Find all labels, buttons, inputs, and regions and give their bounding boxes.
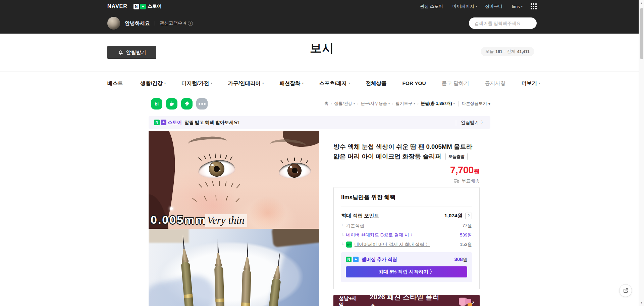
chevron-down-icon: ▾ <box>302 82 304 85</box>
scrollbar-thumb[interactable] <box>640 8 643 59</box>
nav-item-living-health[interactable]: 생활/건강▾ <box>141 80 166 87</box>
link-cart[interactable]: 장바구니 <box>485 3 504 9</box>
nav-item-fashion[interactable]: 패션잡화▾ <box>280 80 304 87</box>
overlay-size-label: 0.005mm <box>151 213 207 226</box>
promo-illustration <box>458 297 472 306</box>
breadcrumb-writing-tools[interactable]: 필기도구▾ <box>395 101 415 106</box>
eye <box>198 159 236 179</box>
membership-panel: N + 멤버십 추가 적립 308원 최대 5% 적립 시작하기 〉 <box>341 252 472 282</box>
store-avatar[interactable] <box>107 17 120 30</box>
start-earning-button[interactable]: 최대 5% 적립 시작하기 〉 <box>346 266 467 277</box>
free-shipping: 무료배송 <box>333 178 480 184</box>
top-bar: NAVER N + 스토어 관심 스토어 마이페이지▾ 장바구니 <box>0 0 644 34</box>
chevron-right-icon: 〉 <box>481 120 485 125</box>
cafe-icon[interactable] <box>166 98 177 110</box>
divider <box>155 21 155 26</box>
chevron-down-icon: ▾ <box>521 5 523 8</box>
npay-payment-link[interactable]: 네이버페이 머니 결제 시 최대 적립 〉 <box>355 242 430 248</box>
naver-logo[interactable]: NAVER <box>107 3 127 9</box>
chevron-down-icon: ▾ <box>539 82 540 85</box>
store-profile-row: 안녕하세요 관심고객수 4 i <box>107 13 537 34</box>
chevron-down-icon: ▾ <box>476 5 477 8</box>
plus-badge-icon: + <box>161 120 166 125</box>
notice-badge-label: 스토어 <box>168 120 182 126</box>
store-logo-label: 스토어 <box>148 3 162 9</box>
notice-message: 알림 받고 혜택 받아보세요! <box>184 120 239 126</box>
card-payment-link[interactable]: 네이버 현대카드 Ed2로 결제 시 〉 <box>346 232 415 238</box>
category-nav: 베스트 생활/건강▾ 디지털/가전▾ 가구/인테리어▾ 패션잡화▾ 스포츠/레저… <box>0 72 644 95</box>
more-links-icon[interactable] <box>196 98 208 110</box>
chevron-down-icon: ▾ <box>348 82 350 85</box>
image-overlay-text: 0.005mm Very thin <box>151 213 247 227</box>
basic-points-row: └ 기본적립 77원 <box>341 223 472 229</box>
chevron-down-icon: ▾ <box>388 102 390 105</box>
max-points-row: 최대 적립 포인트 1,074원 ? <box>341 212 472 219</box>
chevron-down-icon: ▾ <box>414 102 415 105</box>
store-search <box>469 17 537 29</box>
blog-icon[interactable]: bl <box>151 98 162 110</box>
nav-item-sports[interactable]: 스포츠/레저▾ <box>319 80 350 87</box>
membership-label: 멤버십 추가 적립 <box>362 257 397 263</box>
product-title: 방수 액체 눈썹 색상이 쉬운 땀 펜 0.005MM 울트라 얇은 머리 아이… <box>333 142 480 161</box>
breadcrumb: 홈 › 생활/건강▾ › 문구/사무용품▾ › 필기도구▾ › 분필(총 1,8… <box>324 101 490 106</box>
followers-count: 관심고객수 4 i <box>160 20 193 26</box>
npay-points-row: └ N+ 네이버페이 머니 결제 시 최대 적립 〉 153원 <box>341 242 472 248</box>
notice-banner: N + 스토어 알림 받고 혜택 받아보세요! 알림받기〉 <box>149 116 490 129</box>
info-icon[interactable]: i <box>188 21 193 26</box>
earring <box>170 207 173 210</box>
apps-grid-icon[interactable] <box>531 3 537 9</box>
breadcrumb-home[interactable]: 홈 <box>324 101 329 106</box>
product-image[interactable]: 0.005mm Very thin <box>149 131 319 306</box>
breadcrumb-chalk-category[interactable]: 분필(총 1,867개)▾ <box>421 101 455 106</box>
eye <box>278 162 311 179</box>
chevron-down-icon: ▾ <box>164 82 166 85</box>
chevron-down-icon: ▾ <box>211 82 212 85</box>
benefits-title: lims님만을 위한 혜택 <box>341 193 472 207</box>
store-name: 보시 <box>0 40 644 56</box>
link-favorite-stores[interactable]: 관심 스토어 <box>420 3 444 9</box>
nav-item-all-products[interactable]: 전체상품 <box>366 80 386 87</box>
eyelashes <box>199 155 234 161</box>
naverpay-icon: N+ <box>346 242 352 248</box>
nav-item-furniture[interactable]: 가구/인테리어▾ <box>228 80 264 87</box>
notice-notify-button[interactable]: 알림받기〉 <box>456 120 485 126</box>
nav-item-notice[interactable]: 공지사항 <box>485 80 506 87</box>
help-icon[interactable]: ? <box>465 213 472 219</box>
membership-points: 308원 <box>454 256 467 263</box>
promo-tag: 설날+세일 <box>339 295 360 306</box>
greeting-text: 안녕하세요 <box>125 20 150 27</box>
link-account[interactable]: lims▾ <box>512 4 523 9</box>
nav-item-digital[interactable]: 디지털/가전▾ <box>181 80 212 87</box>
breadcrumb-stationery[interactable]: 문구/사무용품▾ <box>361 101 390 106</box>
eyebrow <box>188 135 227 149</box>
global-nav-row: NAVER N + 스토어 관심 스토어 마이페이지▾ 장바구니 <box>107 0 537 13</box>
card-points-row: └ 네이버 현대카드 Ed2로 결제 시 〉 539원 <box>341 232 472 238</box>
n-badge-icon: N <box>154 120 160 125</box>
product-info-column: 방수 액체 눈썹 색상이 쉬운 땀 펜 0.005MM 울트라 얇은 머리 아이… <box>333 142 480 306</box>
promo-banner[interactable]: 설날+세일 2026 패션 스타일 플러스 › <box>333 295 480 306</box>
share-button[interactable] <box>619 284 632 297</box>
nplus-store-logo[interactable]: N + 스토어 <box>133 3 162 9</box>
n-badge-icon: N <box>133 4 139 9</box>
benefits-box: lims님만을 위한 혜택 최대 적립 포인트 1,074원 ? └ 기본적립 … <box>333 187 480 289</box>
social-links: bl <box>151 98 208 110</box>
plus-badge-icon: + <box>353 257 359 262</box>
store-header: 알림받기 보시 오늘161 · 전체41,411 <box>0 34 644 72</box>
scroll-down-arrow[interactable]: ▼ <box>639 301 644 304</box>
nav-item-qna[interactable]: 묻고 답하기 <box>442 80 469 87</box>
other-products-dropdown[interactable]: 다른상품보기▾ <box>458 101 490 106</box>
breadcrumb-living-health[interactable]: 생활/건강▾ <box>334 101 355 106</box>
chevron-down-icon: ▾ <box>488 101 490 106</box>
product-photo-pens <box>149 229 319 306</box>
bookmark-icon[interactable] <box>181 98 193 110</box>
nav-item-more[interactable]: 더보기▾ <box>522 80 540 87</box>
drawn-lash-strokes <box>194 195 246 203</box>
nav-item-best[interactable]: 베스트 <box>107 80 125 87</box>
scroll-up-arrow[interactable]: ▲ <box>639 2 644 5</box>
nav-item-for-you[interactable]: FOR YOU <box>402 80 426 86</box>
search-input[interactable] <box>474 21 534 26</box>
drawn-lower-lashes <box>200 181 241 188</box>
overlay-caption: Very thin <box>205 214 247 227</box>
promo-title: 2026 패션 스타일 플러스 <box>370 293 441 306</box>
link-mypage[interactable]: 마이페이지▾ <box>452 3 477 9</box>
